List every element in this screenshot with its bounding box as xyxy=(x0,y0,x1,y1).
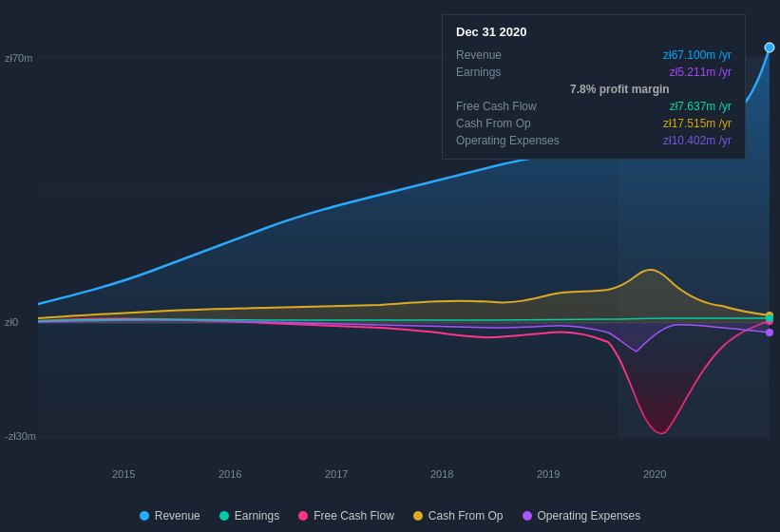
tooltip-box: Dec 31 2020 Revenue zł67.100m /yr Earnin… xyxy=(442,14,746,160)
svg-point-7 xyxy=(765,43,774,52)
tooltip-fcf-value: zł7.637m /yr xyxy=(670,100,732,113)
tooltip-date: Dec 31 2020 xyxy=(456,25,732,39)
legend-label-cashop: Cash From Op xyxy=(428,509,504,522)
svg-point-11 xyxy=(766,314,773,322)
tooltip-opex-label: Operating Expenses xyxy=(456,134,570,147)
x-label-2020: 2020 xyxy=(643,468,666,480)
tooltip-fcf-row: Free Cash Flow zł7.637m /yr xyxy=(456,98,732,115)
legend-item-opex[interactable]: Operating Expenses xyxy=(523,509,641,522)
legend-item-earnings[interactable]: Earnings xyxy=(219,509,279,522)
x-label-2019: 2019 xyxy=(537,468,560,480)
tooltip-revenue-value: zł67.100m /yr xyxy=(663,48,732,62)
tooltip-cashop-label: Cash From Op xyxy=(456,117,570,130)
legend-dot-cashop xyxy=(413,511,423,521)
legend-dot-earnings xyxy=(219,511,229,521)
x-label-2017: 2017 xyxy=(325,468,348,480)
tooltip-profit-margin: 7.8% profit margin xyxy=(456,81,732,98)
legend-item-cashop[interactable]: Cash From Op xyxy=(413,509,504,522)
tooltip-cashop-row: Cash From Op zł17.515m /yr xyxy=(456,115,732,132)
y-label-top: zł70m xyxy=(5,52,32,64)
legend-item-fcf[interactable]: Free Cash Flow xyxy=(298,509,394,522)
tooltip-revenue-row: Revenue zł67.100m /yr xyxy=(456,47,732,64)
tooltip-cashop-value: zł17.515m /yr xyxy=(663,117,732,130)
tooltip-earnings-row: Earnings zł5.211m /yr xyxy=(456,64,732,81)
x-label-2018: 2018 xyxy=(430,468,453,480)
y-label-bot: -zł30m xyxy=(5,430,36,442)
tooltip-earnings-value: zł5.211m /yr xyxy=(670,66,732,79)
legend: Revenue Earnings Free Cash Flow Cash Fro… xyxy=(0,509,780,522)
y-label-mid: zł0 xyxy=(5,316,18,328)
svg-point-9 xyxy=(766,329,773,336)
tooltip-opex-row: Operating Expenses zł10.402m /yr xyxy=(456,132,732,149)
legend-label-fcf: Free Cash Flow xyxy=(314,509,394,522)
x-label-2016: 2016 xyxy=(219,468,241,480)
legend-dot-fcf xyxy=(298,511,308,521)
legend-label-earnings: Earnings xyxy=(235,509,279,522)
legend-label-opex: Operating Expenses xyxy=(538,509,641,522)
legend-dot-opex xyxy=(523,511,532,521)
profit-margin-text: 7.8% profit margin xyxy=(570,83,670,96)
x-label-2015: 2015 xyxy=(112,468,135,480)
tooltip-revenue-label: Revenue xyxy=(456,48,570,62)
tooltip-earnings-label: Earnings xyxy=(456,66,570,79)
legend-item-revenue[interactable]: Revenue xyxy=(140,509,200,522)
tooltip-fcf-label: Free Cash Flow xyxy=(456,100,570,113)
tooltip-opex-value: zł10.402m /yr xyxy=(663,134,732,147)
legend-label-revenue: Revenue xyxy=(155,509,200,522)
chart-area: zł70m zł0 -zł30m 2015 2016 2017 2018 201… xyxy=(0,0,780,532)
legend-dot-revenue xyxy=(140,511,149,521)
